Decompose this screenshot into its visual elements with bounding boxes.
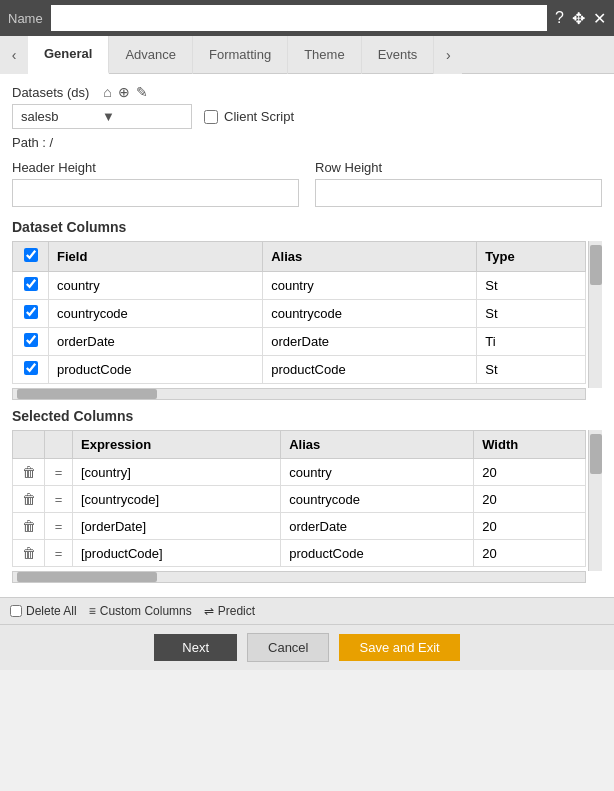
alias-cell: productCode: [281, 540, 474, 567]
table-row: orderDate orderDate Ti: [13, 328, 586, 356]
dataset-hscroll[interactable]: [12, 388, 586, 400]
home-icon[interactable]: ⌂: [103, 84, 111, 100]
path-label: Path :: [12, 135, 46, 150]
tab-general[interactable]: General: [28, 36, 109, 74]
cancel-button[interactable]: Cancel: [247, 633, 329, 662]
list-item: 🗑 = [productCode] productCode 20: [13, 540, 586, 567]
expression-cell: [orderDate]: [73, 513, 281, 540]
equals-icon: =: [45, 486, 73, 513]
sel-col-alias-header: Alias: [281, 431, 474, 459]
dataset-arrow: ▼: [102, 109, 183, 124]
row-checkbox[interactable]: [24, 333, 38, 347]
client-script-checkbox[interactable]: [204, 110, 218, 124]
datasets-icons: ⌂ ⊕ ✎: [103, 84, 147, 100]
header-height-label: Header Height: [12, 160, 299, 175]
dataset-vscroll[interactable]: [588, 241, 602, 388]
alias-cell: country: [263, 272, 477, 300]
col-type-header: Type: [477, 242, 586, 272]
alias-cell: orderDate: [263, 328, 477, 356]
close-icon[interactable]: ✕: [593, 9, 606, 28]
delete-icon[interactable]: 🗑: [13, 486, 45, 513]
row-height-input[interactable]: 25: [315, 179, 602, 207]
alias-cell: countrycode: [281, 486, 474, 513]
selected-vscroll-thumb: [590, 434, 602, 474]
edit-icon[interactable]: ✎: [136, 84, 148, 100]
check-all-checkbox[interactable]: [24, 248, 38, 262]
tab-next-arrow[interactable]: ›: [434, 36, 462, 74]
table-row: countrycode countrycode St: [13, 300, 586, 328]
delete-all-label: Delete All: [26, 604, 77, 618]
col-check-all: [13, 242, 49, 272]
width-cell: 20: [474, 540, 586, 567]
title-input[interactable]: Detailed Sales Data: [51, 5, 547, 31]
predict-icon: ⇌: [204, 604, 214, 618]
move-icon[interactable]: ✥: [572, 9, 585, 28]
delete-all-item[interactable]: Delete All: [10, 604, 77, 618]
add-icon[interactable]: ⊕: [118, 84, 130, 100]
col-field-header: Field: [49, 242, 263, 272]
custom-columns-item[interactable]: ≡ Custom Columns: [89, 604, 192, 618]
dataset-vscroll-thumb: [590, 245, 602, 285]
sel-col-del-header: [13, 431, 45, 459]
header-height-input[interactable]: 25: [12, 179, 299, 207]
bottom-toolbar: Delete All ≡ Custom Columns ⇌ Predict: [0, 597, 614, 624]
table-row: productCode productCode St: [13, 356, 586, 384]
tab-prev-arrow[interactable]: ‹: [0, 36, 28, 74]
width-cell: 20: [474, 486, 586, 513]
alias-cell: country: [281, 459, 474, 486]
delete-icon[interactable]: 🗑: [13, 540, 45, 567]
width-cell: 20: [474, 459, 586, 486]
datasets-row: salesb ▼ Client Script: [12, 104, 602, 129]
field-cell: country: [49, 272, 263, 300]
name-label: Name: [8, 11, 43, 26]
row-checkbox[interactable]: [24, 361, 38, 375]
alias-cell: countrycode: [263, 300, 477, 328]
tabs-bar: ‹ General Advance Formatting Theme Event…: [0, 36, 614, 74]
selected-hscroll[interactable]: [12, 571, 586, 583]
dataset-columns-label: Dataset Columns: [12, 219, 602, 235]
selected-vscroll[interactable]: [588, 430, 602, 571]
field-cell: countrycode: [49, 300, 263, 328]
dataset-select[interactable]: salesb ▼: [12, 104, 192, 129]
height-row: Header Height 25 Row Height 25: [12, 160, 602, 207]
width-cell: 20: [474, 513, 586, 540]
custom-columns-label: Custom Columns: [100, 604, 192, 618]
datasets-section-label: Datasets (ds) ⌂ ⊕ ✎: [12, 84, 602, 100]
dataset-columns-table: Field Alias Type country country St coun…: [12, 241, 586, 384]
next-button[interactable]: Next: [154, 634, 237, 661]
delete-all-checkbox[interactable]: [10, 605, 22, 617]
row-height-label: Row Height: [315, 160, 602, 175]
field-cell: productCode: [49, 356, 263, 384]
list-item: 🗑 = [orderDate] orderDate 20: [13, 513, 586, 540]
title-bar: Name Detailed Sales Data ? ✥ ✕: [0, 0, 614, 36]
type-cell: St: [477, 300, 586, 328]
custom-columns-icon: ≡: [89, 604, 96, 618]
expression-cell: [country]: [73, 459, 281, 486]
alias-cell: productCode: [263, 356, 477, 384]
tab-theme[interactable]: Theme: [288, 36, 361, 74]
help-icon[interactable]: ?: [555, 9, 564, 28]
delete-icon[interactable]: 🗑: [13, 459, 45, 486]
client-script-label: Client Script: [224, 109, 294, 124]
col-alias-header: Alias: [263, 242, 477, 272]
path-row: Path : /: [12, 135, 602, 150]
selected-columns-table: Expression Alias Width 🗑 = [country] cou…: [12, 430, 586, 567]
type-cell: St: [477, 272, 586, 300]
delete-icon[interactable]: 🗑: [13, 513, 45, 540]
tab-formatting[interactable]: Formatting: [193, 36, 288, 74]
row-checkbox[interactable]: [24, 305, 38, 319]
predict-item[interactable]: ⇌ Predict: [204, 604, 255, 618]
title-icons: ? ✥ ✕: [555, 9, 606, 28]
equals-icon: =: [45, 459, 73, 486]
header-height-group: Header Height 25: [12, 160, 299, 207]
table-row: country country St: [13, 272, 586, 300]
tab-events[interactable]: Events: [362, 36, 435, 74]
row-checkbox[interactable]: [24, 277, 38, 291]
save-exit-button[interactable]: Save and Exit: [339, 634, 459, 661]
row-height-group: Row Height 25: [315, 160, 602, 207]
sel-col-expr-header: Expression: [73, 431, 281, 459]
tab-advance[interactable]: Advance: [109, 36, 193, 74]
type-cell: Ti: [477, 328, 586, 356]
expression-cell: [productCode]: [73, 540, 281, 567]
dataset-value: salesb: [21, 109, 102, 124]
